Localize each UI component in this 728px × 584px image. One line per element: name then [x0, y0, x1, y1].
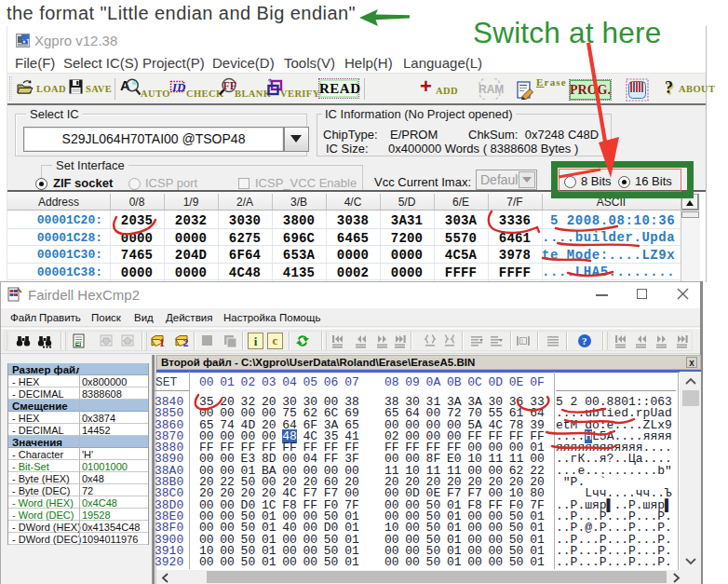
- svg-text:RAM: RAM: [479, 83, 504, 96]
- svg-text:2: 2: [183, 336, 189, 348]
- svg-text:I: I: [521, 338, 523, 345]
- svg-text:1: 1: [159, 336, 165, 348]
- svg-text:ID: ID: [171, 80, 186, 94]
- svg-text:?: ?: [582, 335, 587, 346]
